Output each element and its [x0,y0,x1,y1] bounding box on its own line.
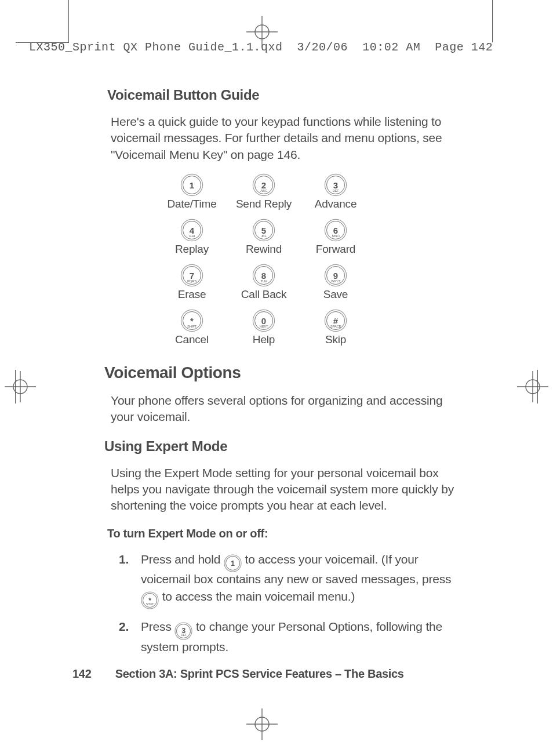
step-text: Press and hold 1 to access your voicemai… [141,551,455,608]
registration-mark-icon [517,371,548,402]
keypad-cell: 1Date/Time [159,176,224,210]
keypad-label: Skip [303,333,368,346]
crop-mark [16,42,69,43]
keypad-button-icon: 3DEF [326,176,345,194]
keypad-label: Call Back [231,288,296,301]
keypad-cell: 9WXYZSave [303,266,368,301]
keypad-button-icon: #SPACE [326,311,345,330]
registration-mark-icon [246,708,278,740]
keypad-button-icon: 2ABC [254,176,273,194]
keypad-label: Date/Time [159,198,224,210]
step-item: 2.Press 3DEF to change your Personal Opt… [119,618,455,655]
paragraph-expert-intro: Using the Expert Mode setting for your p… [111,465,455,514]
crop-mark [15,370,16,404]
keypad-cell: 2ABCSend Reply [231,176,296,210]
section-label: Section 3A: Sprint PCS Service Features … [115,667,404,680]
keypad-button-icon: 9WXYZ [326,266,345,285]
keypad-label: Send Reply [231,198,296,210]
slug-time: 10:02 AM [362,41,420,54]
slug-page: Page 142 [435,41,493,54]
crop-mark [492,0,493,42]
keypad-label: Erase [159,288,224,301]
keypad-button-icon: 8TUV [254,266,273,285]
keypad-label: Advance [303,198,368,210]
keypad-label: Forward [303,243,368,256]
keypad-cell: 0NEXTHelp [231,311,296,346]
keypad-cell: 7PQRSErase [159,266,224,301]
keypad-button-icon: 1 [183,176,201,194]
crop-mark [537,370,538,404]
steps-list: 1.Press and hold 1 to access your voicem… [119,551,455,655]
keypad-grid: 1Date/Time2ABCSend Reply3DEFAdvance4GHIR… [159,176,455,346]
step-number: 1. [119,551,141,608]
step-text: Press 3DEF to change your Personal Optio… [141,618,455,655]
keypad-cell: 8TUVCall Back [231,266,296,301]
lead-expert-toggle: To turn Expert Mode on or off: [107,527,455,540]
keypad-button-icon: 5JKL [254,221,273,239]
keypad-cell: #SPACESkip [303,311,368,346]
keypad-button-icon: 7PQRS [183,266,201,285]
paragraph-options-intro: Your phone offers several options for or… [111,392,455,426]
keypad-cell: 4GHIReplay [159,221,224,256]
step-item: 1.Press and hold 1 to access your voicem… [119,551,455,608]
keypad-label: Help [231,333,296,346]
keypad-button-icon: 0NEXT [254,311,273,330]
keypad-label: Cancel [159,333,224,346]
slug-date: 3/20/06 [297,41,348,54]
heading-voicemail-options: Voicemail Options [104,364,455,382]
keypad-cell: 5JKLRewind [231,221,296,256]
keypad-label: Replay [159,243,224,256]
keypad-button-icon: *SHIFT [183,311,201,330]
keypad-button-icon: 3DEF [176,624,191,638]
page-content: Voicemail Button Guide Here's a quick gu… [107,87,455,666]
registration-mark-icon [5,371,36,402]
keypad-label: Save [303,288,368,301]
keypad-label: Rewind [231,243,296,256]
keypad-cell: 6MNOForward [303,221,368,256]
step-number: 2. [119,618,141,655]
heading-expert-mode: Using Expert Mode [104,438,455,455]
paragraph-button-guide-intro: Here's a quick guide to your keypad func… [111,114,455,163]
page-number: 142 [72,667,91,680]
keypad-cell: 3DEFAdvance [303,176,368,210]
heading-button-guide: Voicemail Button Guide [107,87,455,103]
keypad-button-icon: 1 [225,556,240,570]
page-footer: 142 Section 3A: Sprint PCS Service Featu… [72,667,478,681]
crop-mark [68,0,69,42]
keypad-button-icon: 4GHI [183,221,201,239]
keypad-button-icon: *SHIFT [143,593,157,608]
keypad-button-icon: 6MNO [326,221,345,239]
registration-mark-icon [246,16,278,48]
keypad-cell: *SHIFTCancel [159,311,224,346]
